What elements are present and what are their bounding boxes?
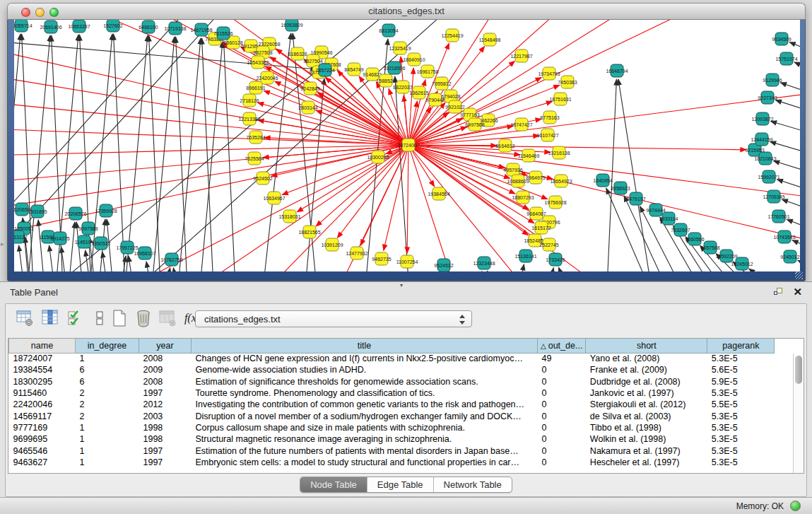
table-cell[interactable]: 9463627 [9,457,76,468]
graph-edge[interactable] [332,145,408,271]
column-header-year[interactable]: year [139,339,192,353]
graph-edge[interactable] [780,83,800,101]
graph-edge[interactable] [14,145,408,209]
delete-table-icon[interactable] [134,309,154,329]
column-header-title[interactable]: title [192,339,538,353]
table-cell[interactable]: 0 [538,376,586,387]
table-cell[interactable]: 9699695 [9,433,76,445]
table-cell[interactable]: Wolkin et al. (1998) [586,433,707,445]
table-cell[interactable]: Changes of HCN gene expression and I(f) … [192,353,538,364]
table-cell[interactable]: Structural magnetic resonance image aver… [192,433,538,445]
graph-edge[interactable] [176,37,188,271]
graph-edge[interactable] [408,145,515,194]
table-cell[interactable]: 5.3E-5 [707,433,775,445]
table-cell[interactable]: 2009 [139,364,192,375]
table-cell[interactable]: 1997 [139,387,192,399]
table-cell[interactable]: 2003 [139,410,192,421]
graph-edge[interactable] [124,35,148,271]
table-cell[interactable]: 2 [76,399,139,410]
table-vertical-scrollbar[interactable] [793,354,804,473]
table-cell[interactable]: 2 [76,410,139,421]
network-graph-canvas[interactable]: 1872400718300295746382286601285912954232… [14,20,800,271]
window-resize-grip[interactable] [795,271,803,279]
table-cell[interactable]: 1 [76,433,139,445]
graph-edge[interactable] [618,79,654,271]
table-cell[interactable]: Nakamura et al. (1997) [586,445,707,456]
table-row[interactable]: 911546021997Tourette syndrome. Phenomeno… [9,387,775,399]
table-cell[interactable]: Dudbridge et al. (2008) [586,376,707,387]
graph-edge[interactable] [14,102,408,145]
table-cell[interactable]: Genome-wide association studies in ADHD. [192,364,538,375]
table-cell[interactable]: 1 [76,445,139,456]
table-cell[interactable]: 0 [538,457,586,468]
table-cell[interactable]: 18724007 [9,353,76,364]
table-cell[interactable]: Embryonic stem cells: a model to study s… [192,457,538,468]
graph-edge[interactable] [49,245,57,271]
table-cell[interactable]: 1 [76,457,139,468]
graph-edge[interactable] [488,271,500,271]
table-cell[interactable]: 0 [538,399,586,410]
table-cell[interactable]: 2 [76,387,139,399]
table-cell[interactable]: Investigating the contribution of common… [192,399,538,410]
table-cell[interactable]: de Silva et al. (2003) [586,410,707,421]
table-cell[interactable]: 1998 [139,422,192,433]
table-cell[interactable]: 19384554 [9,364,76,375]
graph-edge[interactable] [749,269,795,271]
table-row[interactable]: 946362711997Embryonic stem cells: a mode… [9,457,775,468]
table-cell[interactable]: 0 [538,387,586,399]
graph-edge[interactable] [224,42,236,271]
table-cell[interactable]: 9465546 [9,445,76,456]
table-cell[interactable]: 5.6E-5 [707,364,775,375]
table-cell[interactable]: 0 [538,445,586,456]
table-cell[interactable]: Stergiakouli et al. (2012) [586,399,707,410]
table-row[interactable]: 1872400712008Changes of HCN gene express… [9,353,775,364]
table-cell[interactable]: 5.3E-5 [707,410,775,421]
table-cell[interactable]: 2008 [139,353,192,364]
graph-edge[interactable] [146,262,153,271]
table-cell[interactable]: Yano et al. (2008) [586,353,707,364]
graph-edge[interactable] [798,260,800,271]
graph-edge[interactable] [102,252,110,271]
splitter-grip-icon[interactable]: ▾ [400,282,403,288]
table-cell[interactable]: Hescheler et al. (1997) [586,457,707,468]
graph-edge[interactable] [546,268,553,271]
graph-edge[interactable] [177,38,201,271]
table-row[interactable]: 1830029562008Estimation of significance … [9,376,775,387]
table-settings-icon[interactable] [16,309,35,329]
table-cell[interactable]: 1 [76,422,139,433]
zoom-window-button[interactable] [49,8,59,17]
table-cell[interactable]: 5.3E-5 [707,457,775,468]
graph-edge[interactable] [516,264,524,271]
table-cell[interactable]: 18300295 [9,376,76,387]
table-cell[interactable]: 0 [538,422,586,433]
graph-edge[interactable] [129,256,136,271]
table-row[interactable]: 1938455462009Genome-wide association stu… [9,364,775,375]
table-cell[interactable]: 2012 [139,399,192,410]
table-cell[interactable]: 5.3E-5 [707,387,775,399]
table-row[interactable]: 2242004622012Investigating the contribut… [9,399,775,410]
close-window-button[interactable] [21,8,30,17]
graph-edge[interactable] [408,145,510,178]
graph-edge[interactable] [19,245,26,271]
table-cell[interactable]: 14569117 [9,410,76,421]
table-cell[interactable]: 9115460 [9,387,76,399]
graph-edge[interactable] [149,35,161,271]
row-height-icon[interactable] [90,309,110,329]
table-cell[interactable]: 0 [538,364,586,375]
table-cell[interactable]: 2008 [139,376,192,387]
tab-edge-table[interactable]: Edge Table [367,477,434,492]
table-cell[interactable]: Franke et al. (2009) [586,364,707,375]
select-rows-icon[interactable] [66,309,86,329]
column-header-out_de[interactable]: △out_de... [538,339,586,353]
column-header-in_degree[interactable]: in_degree [76,339,139,353]
window-titlebar[interactable]: citations_edges.txt [7,3,806,20]
table-cell[interactable]: 0 [538,410,586,421]
table-cell[interactable]: Estimation of the future numbers of pati… [192,445,538,456]
table-selector-dropdown[interactable]: citations_edges.txt [195,310,472,327]
graph-edge[interactable] [407,145,408,253]
memory-status-indicator[interactable] [790,501,801,511]
tab-node-table[interactable]: Node Table [300,477,367,492]
column-header-short[interactable]: short [586,339,707,353]
table-row[interactable]: 946554611997Estimation of the future num… [9,445,775,456]
graph-edge[interactable] [114,34,126,271]
